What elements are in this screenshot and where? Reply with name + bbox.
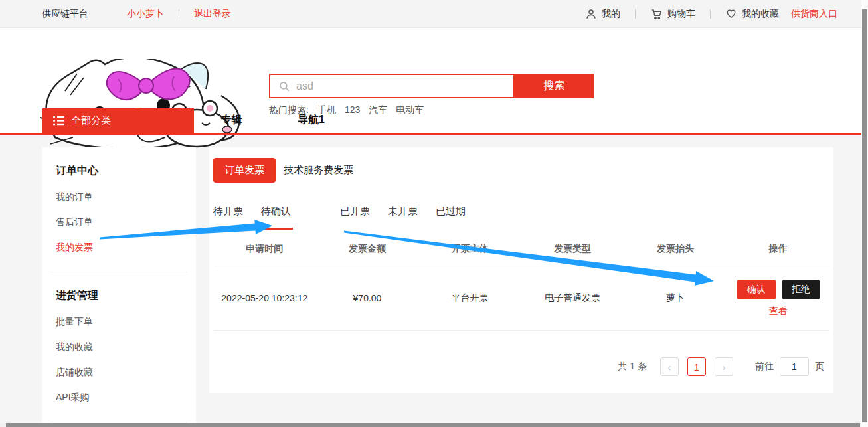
cell-amount: ¥70.00: [316, 293, 419, 303]
cell-subject: 平台开票: [418, 292, 521, 304]
topbar: 供应链平台 小小萝卜 退出登录 我的 购物车 我的收藏 供货商入口: [0, 0, 868, 28]
tab-tech-service-invoice[interactable]: 技术服务费发票: [284, 164, 353, 177]
horizontal-scrollbar: [0, 423, 868, 427]
hot-search-item[interactable]: 汽车: [369, 104, 387, 116]
search-input[interactable]: [296, 80, 495, 92]
confirm-button[interactable]: 确认: [737, 280, 776, 299]
tab-pending-confirm[interactable]: 待确认: [261, 205, 291, 230]
sidebar-item-my-favorites[interactable]: 我的收藏: [56, 341, 196, 353]
sidebar-section-order-center: 订单中心: [56, 164, 196, 178]
horizontal-scrollbar-thumb[interactable]: [6, 423, 860, 427]
goto-page-input[interactable]: [780, 357, 809, 376]
nav-item-nav1[interactable]: 导航1: [298, 113, 325, 127]
cell-title: 萝卜: [624, 292, 727, 304]
divider: [635, 9, 636, 19]
cell-apply-time: 2022-05-20 10:23:12: [213, 293, 316, 303]
col-title: 发票抬头: [624, 243, 727, 255]
vertical-scrollbar: [861, 0, 868, 427]
cell-type: 电子普通发票: [521, 292, 624, 304]
goto-label: 前往: [755, 361, 774, 373]
reject-button[interactable]: 拒绝: [782, 280, 820, 299]
sidebar-item-api-purchase[interactable]: API采购: [56, 392, 196, 404]
divider: [179, 9, 179, 19]
sidebar-item-my-orders[interactable]: 我的订单: [56, 191, 196, 203]
col-apply-time: 申请时间: [213, 243, 316, 255]
sidebar: 订单中心 我的订单 售后订单 我的发票 进货管理 批量下单 我的收藏 店铺收藏 …: [42, 147, 196, 427]
tab-expired[interactable]: 已过期: [436, 205, 466, 230]
page-1-button[interactable]: 1: [687, 357, 706, 376]
vertical-scrollbar-thumb[interactable]: [862, 9, 867, 422]
favorites-link[interactable]: 我的收藏: [725, 8, 779, 20]
sidebar-item-aftersale-orders[interactable]: 售后订单: [56, 216, 196, 228]
tab-pending-invoice[interactable]: 待开票: [213, 205, 243, 230]
logout-link[interactable]: 退出登录: [194, 8, 231, 20]
next-page-button[interactable]: ›: [715, 357, 733, 376]
sidebar-section-purchase-mgmt: 进货管理: [56, 289, 196, 303]
nav-red-divider: [0, 133, 868, 135]
header: 搜索 热门搜索: 手机 123 汽车 电动车: [0, 29, 868, 108]
total-count: 共 1 条: [618, 361, 647, 373]
table-header: 申请时间 发票金额 开票主体 发票类型 发票抬头 操作: [213, 243, 829, 266]
cell-actions: 确认 拒绝 查看: [727, 280, 829, 317]
search-box: [269, 74, 515, 98]
sidebar-item-shop-favorites[interactable]: 店铺收藏: [56, 367, 196, 379]
sidebar-item-bulk-order[interactable]: 批量下单: [56, 316, 196, 328]
col-subject: 开票主体: [418, 243, 521, 255]
nav-item-album[interactable]: 专辑: [221, 113, 242, 127]
col-actions: 操作: [727, 243, 829, 255]
divider: [710, 9, 711, 19]
view-link[interactable]: 查看: [769, 305, 788, 317]
col-amount: 发票金额: [316, 243, 419, 255]
search-bar: 搜索: [269, 74, 594, 98]
invoice-type-tabs: 订单发票 技术服务费发票: [213, 147, 829, 183]
page-unit-label: 页: [815, 361, 824, 373]
my-account-link[interactable]: 我的: [585, 8, 620, 20]
cart-link[interactable]: 购物车: [650, 8, 695, 20]
hot-search: 热门搜索: 手机 123 汽车 电动车: [269, 104, 424, 116]
pagination: 共 1 条 ‹ 1 › 前往 页: [618, 357, 824, 376]
invoice-panel: 订单发票 技术服务费发票 待开票 待确认 已开票 未开票 已过期 申请时间 发票…: [209, 147, 833, 393]
sidebar-item-my-invoices[interactable]: 我的发票: [56, 242, 196, 254]
site-brand[interactable]: 供应链平台: [42, 8, 88, 20]
divider: [50, 422, 187, 422]
user-icon: [585, 8, 597, 20]
search-icon: [278, 80, 290, 92]
all-categories-button[interactable]: 全部分类: [42, 108, 194, 133]
username-link[interactable]: 小小萝卜: [127, 8, 164, 20]
invoice-status-tabs: 待开票 待确认 已开票 未开票 已过期: [213, 205, 829, 230]
hot-search-item[interactable]: 电动车: [396, 104, 424, 116]
tab-order-invoice[interactable]: 订单发票: [213, 158, 276, 183]
supplier-entry-link[interactable]: 供货商入口: [791, 8, 837, 20]
topbar-right: 我的 购物车 我的收藏 供货商入口: [585, 8, 837, 20]
hot-search-item[interactable]: 123: [345, 104, 360, 116]
col-type: 发票类型: [521, 243, 624, 255]
cart-icon: [650, 8, 663, 20]
search-button[interactable]: 搜索: [515, 74, 594, 98]
tab-not-invoiced[interactable]: 未开票: [388, 205, 418, 230]
category-list-icon: [53, 116, 64, 126]
tab-invoiced[interactable]: 已开票: [340, 205, 370, 230]
prev-page-button[interactable]: ‹: [660, 357, 679, 376]
divider: [50, 272, 187, 272]
table-row: 2022-05-20 10:23:12 ¥70.00 平台开票 电子普通发票 萝…: [213, 266, 829, 331]
heart-icon: [725, 8, 737, 19]
